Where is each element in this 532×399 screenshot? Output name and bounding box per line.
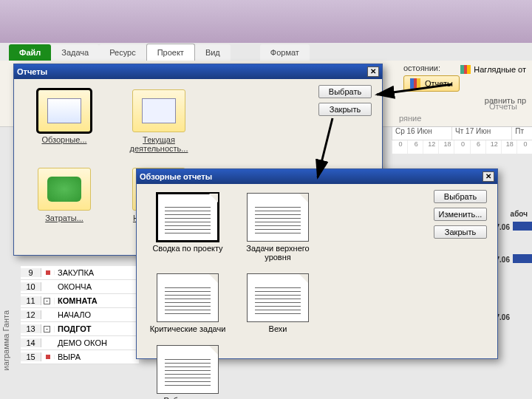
state-label: остоянии: [403,64,440,72]
table-row[interactable]: 15ВЫРА [21,350,139,364]
report-milestones[interactable]: Вехи [239,273,317,333]
timeline-hour: 18 [438,140,454,154]
search-calendar-icon [132,89,185,132]
timeline-day: Пт [511,127,532,140]
timeline-header: Ср 16 Июн Чт 17 Июн Пт 0 6 12 18 0 6 12 … [392,127,532,154]
row-number: 13 [21,324,41,333]
tab-task[interactable]: Задача [51,44,99,61]
dialog-titlebar[interactable]: Отчеты ✕ [14,64,382,79]
close-button[interactable]: Закрыть [318,103,372,116]
category-label: Текущая деятельность... [119,135,199,153]
task-name: КОМНАТА [55,296,98,305]
close-icon[interactable]: ✕ [482,171,494,182]
category-current[interactable]: Текущая деятельность... [119,89,199,153]
timeline-day: Ср 16 Июн [392,127,451,140]
overview-reports-dialog: Обзорные отчеты ✕ Сводка по проекту Зада… [136,168,498,359]
row-number: 11 [21,296,41,305]
gantt-bar [513,222,532,231]
overview-grid: Сводка по проекту Задачи верхнего уровня… [137,184,417,399]
ribbon-group-reports: Отчеты [489,102,517,111]
timeline-hour: 0 [516,140,532,154]
ribbon-tabs: Файл Задача Ресурс Проект Вид Формат [9,43,310,61]
row-number: 12 [21,310,41,319]
document-thumb-icon [157,193,219,242]
category-label: Обзорные... [41,135,86,144]
indicator-cell: - [41,298,55,304]
table-row[interactable]: 14ДЕМО ОКОН [21,336,139,350]
person-icon [46,355,50,359]
tab-project[interactable]: Проект [146,44,195,61]
collapse-icon[interactable]: - [44,326,50,332]
indicator-cell: - [41,326,55,332]
close-button[interactable]: Закрыть [434,225,487,239]
dialog-button-column: Выбрать Закрыть [318,85,372,120]
dialog-title: Отчеты [17,67,47,76]
dialog-title: Обзорные отчеты [140,172,212,181]
table-row[interactable]: 13-ПОДГОТ [21,322,139,336]
report-label: Критические задачи [150,324,226,333]
coins-icon [38,168,91,211]
report-label: Задачи верхнего уровня [239,244,317,262]
category-costs[interactable]: Затраты... [24,168,104,222]
table-row[interactable]: 10ОКОНЧА [21,280,139,294]
select-button[interactable]: Выбрать [318,85,372,98]
task-name: ВЫРА [55,352,81,361]
tab-file[interactable]: Файл [9,44,51,61]
table-row[interactable]: 11-КОМНАТА [21,294,139,308]
dialog-titlebar[interactable]: Обзорные отчеты ✕ [137,169,497,184]
reports-button-label: Отчеты [425,79,453,88]
window-top-gradient [0,0,532,43]
task-name: НАЧАЛО [55,310,91,319]
person-icon [46,270,50,275]
calendar-icon [38,89,91,132]
task-name: ОКОНЧА [55,282,92,291]
indicator-cell [41,270,55,275]
report-project-summary[interactable]: Сводка по проекту [149,193,227,262]
task-name: ДЕМО ОКОН [55,338,107,347]
report-label: Вехи [269,324,287,333]
task-name: ЗАКУПКА [55,268,94,277]
edit-button[interactable]: Изменить... [434,208,487,221]
document-thumb-icon [157,345,219,394]
tab-view[interactable]: Вид [195,44,231,61]
gantt-view-label: иаграмма Ганта [1,310,10,370]
close-icon[interactable]: ✕ [367,66,379,77]
table-row[interactable]: 9ЗАКУПКА [21,266,139,280]
timeline-hour: 0 [454,140,469,154]
document-thumb-icon [157,273,219,322]
indicator-cell [41,355,55,359]
gantt-date-label: абоч [511,210,528,218]
row-number: 9 [21,268,41,277]
ribbon-group-timeline: ряние [399,114,421,123]
report-top-level-tasks[interactable]: Задачи верхнего уровня [239,193,317,262]
timeline-hour: 12 [423,140,438,154]
dialog-button-column: Выбрать Изменить... Закрыть [434,190,487,243]
document-thumb-icon [247,273,309,322]
timeline-hour: 6 [407,140,423,154]
row-number: 14 [21,338,41,347]
collapse-icon[interactable]: - [44,298,50,304]
select-button[interactable]: Выбрать [434,190,487,203]
ribbon-right-group: остоянии: Отчеты [403,64,529,92]
category-label: Затраты... [45,214,83,222]
document-thumb-icon [247,193,309,242]
report-label: Сводка по проекту [152,244,222,253]
report-icon [410,78,420,89]
task-grid: 9ЗАКУПКА 10ОКОНЧА 11-КОМНАТА 12НАЧАЛО 13… [21,266,139,364]
tab-format[interactable]: Формат [260,44,310,61]
reports-button[interactable]: Отчеты [403,75,460,92]
task-name: ПОДГОТ [55,324,92,333]
timeline-hour: 6 [470,140,485,154]
row-number: 15 [21,352,41,361]
row-number: 10 [21,282,41,291]
gantt-bar [513,254,532,263]
report-label: Рабочие дни [164,396,212,399]
timeline-hour: 18 [501,140,516,154]
table-row[interactable]: 12НАЧАЛО [21,308,139,322]
category-overview[interactable]: Обзорные... [24,89,104,153]
tab-resource[interactable]: Ресурс [99,44,146,61]
report-working-days[interactable]: Рабочие дни [149,345,227,399]
report-critical-tasks[interactable]: Критические задачи [149,273,227,333]
timeline-hour: 0 [392,140,407,154]
timeline-hour: 12 [485,140,501,154]
